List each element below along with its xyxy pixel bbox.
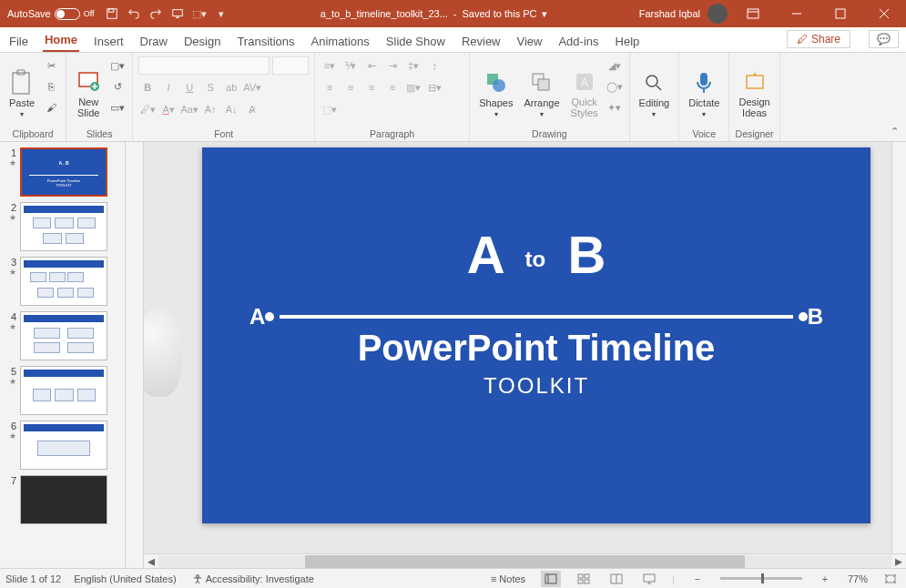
new-slide-label: New Slide — [77, 96, 99, 118]
dictate-button[interactable]: Dictate▾ — [685, 56, 723, 120]
maximize-button[interactable] — [822, 0, 859, 27]
tab-insert[interactable]: Insert — [92, 31, 126, 52]
tab-addins[interactable]: Add-ins — [556, 31, 600, 52]
editing-button[interactable]: Editing▾ — [636, 56, 674, 120]
strikethrough-icon[interactable]: S — [201, 78, 219, 96]
slide-thumbnail-4[interactable] — [20, 311, 107, 360]
arrange-button[interactable]: Arrange▾ — [520, 56, 563, 120]
sorter-view-icon[interactable] — [574, 571, 594, 587]
shadow-icon[interactable]: ab — [222, 78, 240, 96]
change-case-icon[interactable]: Aa▾ — [180, 100, 199, 118]
columns-icon[interactable]: ▥▾ — [404, 78, 422, 96]
reading-view-icon[interactable] — [606, 571, 626, 587]
undo-icon[interactable] — [126, 5, 142, 22]
numbering-icon[interactable]: ⅟▾ — [341, 56, 360, 75]
justify-icon[interactable]: ≡ — [383, 78, 402, 96]
save-icon[interactable] — [104, 5, 120, 22]
slide-thumbnail-5[interactable] — [20, 366, 107, 415]
bullets-icon[interactable]: ≡▾ — [321, 56, 339, 75]
shape-outline-icon[interactable]: ◯▾ — [606, 77, 624, 96]
align-left-icon[interactable]: ≡ — [321, 78, 339, 96]
accessibility-status[interactable]: Accessibility: Investigate — [189, 573, 317, 584]
scroll-left-icon[interactable]: ◂ — [144, 553, 158, 568]
highlight-icon[interactable]: 🖊▾ — [138, 100, 157, 118]
slide-editor[interactable]: A to B A B PowerPoint Timeline TOOLKIT — [202, 147, 870, 523]
qat-customize-icon[interactable]: ▾ — [213, 5, 229, 22]
reset-icon[interactable]: ↺ — [108, 77, 127, 96]
tab-view[interactable]: View — [515, 31, 545, 52]
indent-inc-icon[interactable]: ⇥ — [383, 56, 402, 75]
toggle-switch[interactable] — [55, 8, 80, 20]
tab-animations[interactable]: Animations — [310, 31, 372, 52]
present-icon[interactable] — [169, 5, 186, 22]
tab-help[interactable]: Help — [614, 31, 642, 52]
cut-icon[interactable]: ✂ — [42, 56, 60, 75]
tab-home[interactable]: Home — [43, 29, 79, 52]
format-painter-icon[interactable]: 🖌 — [42, 98, 60, 117]
touch-mode-icon[interactable]: ⬚▾ — [191, 5, 208, 22]
vertical-scrollbar[interactable] — [891, 142, 906, 553]
convert-smartart-icon[interactable]: ⬚▾ — [321, 100, 339, 118]
align-right-icon[interactable]: ≡ — [362, 78, 381, 96]
saved-status-chevron-icon[interactable]: ▾ — [542, 8, 547, 20]
slide-thumbnail-1[interactable]: A . BPowerPoint TimelineTOOLKIT — [20, 147, 107, 197]
zoom-slider[interactable] — [720, 577, 802, 580]
dictate-label: Dictate — [688, 97, 719, 108]
shape-fill-icon[interactable]: ◢▾ — [606, 56, 624, 75]
new-slide-button[interactable]: New Slide — [72, 56, 105, 120]
clear-format-icon[interactable]: A̷ — [243, 100, 261, 118]
comments-button[interactable]: 💬 — [869, 30, 899, 48]
italic-icon[interactable]: I — [159, 78, 178, 96]
notes-button[interactable]: ≡ Notes — [488, 573, 528, 584]
share-button[interactable]: 🖊 Share — [787, 30, 850, 48]
quick-styles-button[interactable]: A Quick Styles — [567, 56, 602, 120]
text-direction-icon[interactable]: ↕ — [425, 56, 443, 75]
zoom-out-icon[interactable]: − — [687, 571, 707, 587]
tab-file[interactable]: File — [7, 31, 30, 52]
scroll-right-icon[interactable]: ▸ — [891, 553, 906, 568]
tab-transitions[interactable]: Transitions — [235, 31, 296, 52]
autosave-toggle[interactable]: AutoSave Off — [4, 8, 98, 20]
minimize-button[interactable] — [779, 0, 815, 27]
tab-slideshow[interactable]: Slide Show — [384, 31, 447, 52]
shape-effects-icon[interactable]: ✦▾ — [606, 98, 624, 117]
paste-button[interactable]: Paste ▾ — [5, 56, 38, 120]
align-center-icon[interactable]: ≡ — [341, 78, 360, 96]
tab-design[interactable]: Design — [182, 31, 222, 52]
design-ideas-button[interactable]: Design Ideas — [735, 56, 773, 120]
bold-icon[interactable]: B — [138, 78, 157, 96]
layout-icon[interactable]: ▢▾ — [108, 56, 127, 75]
tab-review[interactable]: Review — [460, 31, 503, 52]
line-spacing-icon[interactable]: ‡▾ — [404, 56, 422, 75]
zoom-level[interactable]: 77% — [848, 573, 868, 584]
slideshow-view-icon[interactable] — [639, 571, 659, 587]
underline-icon[interactable]: U — [180, 78, 199, 96]
grow-font-icon[interactable]: A↑ — [201, 100, 219, 118]
shapes-button[interactable]: Shapes▾ — [475, 56, 516, 120]
ribbon-display-icon[interactable] — [735, 0, 771, 27]
shrink-font-icon[interactable]: A↓ — [222, 100, 240, 118]
redo-icon[interactable] — [148, 5, 164, 22]
font-color-icon[interactable]: A▾ — [159, 100, 178, 118]
slide-thumbnail-7[interactable] — [20, 475, 107, 524]
scrollbar-thumb[interactable] — [305, 555, 745, 568]
normal-view-icon[interactable] — [541, 571, 561, 587]
horizontal-scrollbar[interactable]: ◂ ▸ — [144, 553, 906, 568]
fit-window-icon[interactable] — [881, 571, 901, 587]
slide-counter[interactable]: Slide 1 of 12 — [5, 573, 61, 584]
thumb-number: 4 — [11, 311, 16, 322]
collapse-ribbon-icon[interactable]: ⌃ — [883, 122, 906, 141]
slide-thumbnail-2[interactable] — [20, 202, 107, 251]
language-status[interactable]: English (United States) — [74, 573, 177, 584]
align-text-icon[interactable]: ⊟▾ — [425, 78, 443, 96]
slide-thumbnail-6[interactable] — [20, 421, 107, 470]
zoom-in-icon[interactable]: + — [815, 571, 835, 587]
section-icon[interactable]: ▭▾ — [108, 98, 127, 117]
indent-dec-icon[interactable]: ⇤ — [362, 56, 381, 75]
user-avatar[interactable] — [707, 4, 728, 24]
copy-icon[interactable]: ⎘ — [42, 77, 60, 96]
close-button[interactable] — [866, 0, 902, 27]
tab-draw[interactable]: Draw — [138, 31, 169, 52]
slide-thumbnail-3[interactable] — [20, 257, 107, 306]
char-spacing-icon[interactable]: AV▾ — [243, 78, 261, 96]
